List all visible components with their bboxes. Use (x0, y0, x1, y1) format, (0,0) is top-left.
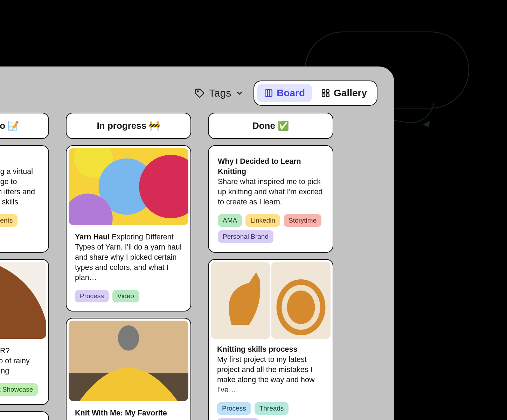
column-done: Done ✅ Why I Decided to Learn Knitting S… (208, 113, 333, 420)
tag[interactable]: Personal Brand (218, 230, 273, 243)
card-title: Knit With Me: My Favorite Cozy Spots (75, 409, 167, 420)
view-board-label: Board (277, 88, 305, 99)
svg-point-0 (197, 91, 198, 92)
column-todo: To Do 📝 s …out hosting a virtual knit- c… (0, 113, 49, 420)
tag[interactable]: Text based (217, 418, 259, 420)
card-desc: ting be ASMR? Relaxing, ieo of rainy day… (0, 346, 40, 376)
card-title: Yarn Haul (75, 233, 110, 241)
card-desc: My first project to my latest project an… (217, 355, 324, 395)
card-title: Knitting skills process (217, 345, 297, 354)
column-header: To Do 📝 (0, 113, 49, 139)
column-header: In progress 🚧 (66, 113, 191, 139)
card-image (69, 321, 188, 401)
tag[interactable]: Video (112, 290, 139, 302)
tag[interactable]: Events (0, 214, 18, 227)
card[interactable]: Knit With Me: My Favorite Cozy Spots Fil… (66, 318, 191, 420)
card[interactable]: s …out hosting a virtual knit- challenge… (0, 145, 49, 253)
view-toggle: Board Gallery (254, 80, 377, 106)
tag[interactable]: Threads (255, 402, 289, 415)
card-desc: …out hosting a virtual knit- challenge t… (0, 167, 39, 207)
tag[interactable]: Process (75, 290, 109, 302)
tag[interactable]: Linkedin (245, 214, 280, 227)
svg-point-23 (287, 290, 315, 324)
card[interactable]: ng a Gift for a Friend ment knitting a g… (0, 411, 49, 420)
svg-rect-1 (265, 90, 272, 97)
card-desc: Share what inspired me to pick up knitti… (218, 177, 324, 207)
board-icon (264, 89, 273, 98)
card-image (211, 262, 331, 339)
card-tags: unity Events Challenge (0, 214, 39, 243)
tag[interactable]: Product Showcase (0, 383, 38, 396)
card-tags: Product Showcase (0, 383, 40, 396)
card-tags: Process Video (75, 290, 182, 302)
card[interactable]: Knitting skills process My first project… (208, 259, 333, 420)
chevron-down-icon (235, 89, 244, 97)
card[interactable]: Why I Decided to Learn Knitting Share wh… (208, 145, 333, 253)
tags-dropdown[interactable]: Tags (194, 87, 244, 99)
tag[interactable]: Process (217, 402, 251, 415)
card[interactable]: ting be ASMR? Relaxing, ieo of rainy day… (0, 259, 49, 405)
svg-rect-5 (326, 90, 329, 92)
board-columns: To Do 📝 s …out hosting a virtual knit- c… (0, 113, 394, 420)
app-panel: Tags Board Gallery To Do 📝 s …out hostin… (0, 66, 394, 420)
tags-label: Tags (209, 87, 231, 99)
card-title: Why I Decided to Learn Knitting (218, 157, 301, 176)
card-tags: Process Threads Text based (217, 402, 324, 420)
column-header: Done ✅ (208, 113, 333, 139)
svg-rect-4 (322, 90, 325, 92)
card[interactable]: Yarn Haul Exploring Different Types of Y… (66, 145, 191, 312)
column-inprogress: In progress 🚧 Yarn Haul Exploring Differ… (66, 113, 191, 420)
card-image (0, 262, 46, 339)
tag[interactable]: AMA (218, 214, 242, 227)
card-image (69, 148, 188, 225)
svg-rect-7 (326, 94, 329, 97)
tag-icon (194, 88, 205, 98)
view-gallery-label: Gallery (334, 88, 367, 99)
tag[interactable]: Storytime (284, 214, 321, 227)
card-tags: AMA Linkedin Storytime Personal Brand (218, 214, 324, 243)
svg-rect-6 (322, 94, 325, 97)
view-board-button[interactable]: Board (257, 84, 312, 102)
view-gallery-button[interactable]: Gallery (314, 84, 374, 102)
svg-point-18 (118, 325, 139, 350)
toolbar: Tags Board Gallery (0, 66, 394, 113)
gallery-icon (321, 89, 330, 98)
